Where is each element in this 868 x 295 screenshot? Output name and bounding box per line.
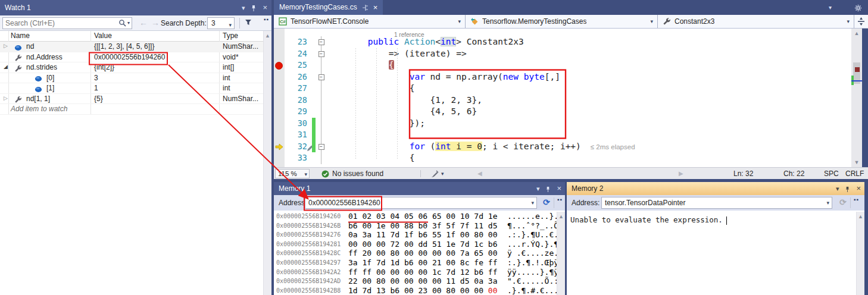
memory1-address-combo[interactable]: ▾ <box>305 197 537 209</box>
scroll-up-icon[interactable]: ▲ <box>857 214 864 219</box>
pin-icon[interactable] <box>545 182 551 195</box>
pin-icon[interactable] <box>251 0 257 15</box>
pin-icon[interactable] <box>362 0 369 15</box>
code-text[interactable]: {4, 5, 6} <box>326 106 851 118</box>
close-icon[interactable]: × <box>373 0 378 15</box>
fold-collapse-icon[interactable]: − <box>319 51 324 57</box>
codelens-row[interactable]: 1 reference <box>274 29 851 36</box>
code-text[interactable]: { <box>326 59 851 71</box>
memory1-hex-dump[interactable]: 0x000002556B194260 01 02 03 04 05 06 65 … <box>274 212 557 295</box>
code-line[interactable]: 31 <box>274 129 851 141</box>
breakpoint-margin-cell[interactable] <box>274 71 285 83</box>
watch-scrollbar[interactable]: ▲ <box>263 31 271 295</box>
code-text[interactable]: { <box>326 83 851 95</box>
watch-window-titlebar[interactable]: Watch 1 ▾ × <box>0 0 271 15</box>
watch-row[interactable]: [0] 3 int <box>0 73 263 84</box>
gear-icon[interactable] <box>854 3 862 11</box>
search-box[interactable]: ▾ <box>2 17 132 29</box>
outlining-cell[interactable] <box>317 118 326 130</box>
breakpoint-margin-cell[interactable] <box>274 141 285 153</box>
watch-row[interactable]: ▷ nd[1, 1] {5} NumShar... <box>0 94 263 105</box>
search-depth-combo[interactable]: 3 ▾ <box>207 17 235 29</box>
close-icon[interactable]: × <box>856 182 861 195</box>
fold-collapse-icon[interactable]: − <box>319 39 324 45</box>
toolbar-overflow-icon[interactable]: ▪▪ <box>854 196 859 203</box>
breakpoint-margin-cell[interactable] <box>274 152 285 164</box>
breakpoint-margin-cell[interactable] <box>274 48 285 60</box>
breakpoint-margin-cell[interactable] <box>274 36 285 48</box>
filter-icon[interactable] <box>244 18 252 27</box>
code-line[interactable]: 26 − var nd = np.array(new byte[,] <box>274 71 851 83</box>
code-text[interactable]: public Action<int> Constant2x3 <box>326 36 851 48</box>
memory-row[interactable]: 0x000002556B194260 01 02 03 04 05 06 65 … <box>274 212 557 221</box>
breakpoint-margin-cell[interactable] <box>274 95 285 106</box>
close-icon[interactable]: × <box>557 182 561 195</box>
scroll-up-icon[interactable]: ▲ <box>264 33 271 39</box>
search-forward-icon[interactable]: → <box>151 18 160 27</box>
breakpoint-margin-cell[interactable] <box>274 129 285 141</box>
breakpoint-icon[interactable] <box>275 62 283 70</box>
type-dropdown[interactable]: Tensorflow.MemoryTestingCases ▾ <box>466 15 658 28</box>
memory2-scrollbar[interactable]: ▲ <box>856 212 864 295</box>
expander-icon[interactable]: ◢ <box>4 64 8 70</box>
watch-row[interactable]: ◢ nd.strides {int[2]} int[] <box>0 62 263 73</box>
scroll-up-icon[interactable]: ▲ <box>557 214 565 219</box>
format-brush-icon[interactable] <box>430 170 439 178</box>
column-header-type[interactable]: Type <box>223 32 238 40</box>
memory1-address-input[interactable] <box>308 198 527 208</box>
watch-row[interactable]: nd.Address 0x000002556b194260 void* <box>0 52 263 63</box>
outlining-cell[interactable]: − <box>317 71 326 83</box>
column-header-name[interactable]: Name <box>11 32 30 40</box>
outlining-cell[interactable] <box>317 95 326 106</box>
code-text[interactable] <box>326 129 851 141</box>
fold-collapse-icon[interactable]: − <box>319 144 324 150</box>
scroll-up-icon[interactable]: ▲ <box>851 30 862 36</box>
code-text-area[interactable]: 1 reference 23 − public Action<int> Cons… <box>274 29 851 167</box>
document-tab[interactable]: MemoryTestingCases.cs × <box>274 0 383 15</box>
memory2-titlebar[interactable]: Memory 2 ▾ × <box>567 182 864 195</box>
memory1-scrollbar[interactable]: ▲ <box>557 212 565 295</box>
memory-row[interactable]: 0x000002556B1942AD 22 00 80 00 00 00 00 … <box>274 277 557 286</box>
search-input[interactable] <box>5 18 107 28</box>
code-text[interactable]: var nd = np.array(new byte[,] <box>326 71 851 83</box>
memory-row[interactable]: 0x000002556B194281 00 00 00 72 00 dd 51 … <box>274 240 557 249</box>
refresh-icon[interactable]: ⟳ <box>839 197 847 207</box>
scroll-down-icon[interactable]: ▼ <box>851 159 862 165</box>
breakpoint-margin-cell[interactable] <box>274 59 285 71</box>
search-back-icon[interactable]: ← <box>139 18 148 27</box>
member-dropdown[interactable]: Constant2x3 ▾ <box>658 15 854 28</box>
outlining-cell[interactable]: − <box>317 36 326 48</box>
fold-collapse-icon[interactable]: − <box>319 74 324 80</box>
search-icon[interactable]: ▾ <box>118 19 130 27</box>
hscroll-left-icon[interactable]: ◀ <box>477 170 482 177</box>
code-line[interactable]: 32 − for (int i = 0; i < iterate; i++)≤ … <box>274 141 851 153</box>
code-text[interactable]: => (iterate) => <box>326 48 851 60</box>
code-line[interactable]: 33 { <box>274 152 851 164</box>
watch-column-headers[interactable]: Name Value Type <box>0 31 263 42</box>
zoom-level-combo[interactable]: 115 % ▾ <box>275 169 310 178</box>
expander-icon[interactable]: ▷ <box>4 95 8 101</box>
refresh-icon[interactable]: ⟳ <box>543 197 550 207</box>
pin-icon[interactable] <box>845 182 850 195</box>
code-text[interactable]: for (int i = 0; i < iterate; i++)≤ 2ms e… <box>326 141 851 153</box>
outlining-cell[interactable] <box>317 129 326 141</box>
outlining-cell[interactable] <box>317 59 326 71</box>
watch-row[interactable]: [1] 1 int <box>0 83 263 94</box>
close-icon[interactable]: × <box>263 0 267 15</box>
outlining-cell[interactable] <box>317 152 326 164</box>
watch-row[interactable]: ▷ nd {[[1, 2, 3], [4, 5, 6]]} NumShar... <box>0 42 263 52</box>
window-position-icon[interactable]: ▾ <box>536 182 540 195</box>
memory2-address-combo[interactable]: ▾ <box>601 197 832 209</box>
chevron-down-icon[interactable]: ▾ <box>441 171 444 177</box>
breakpoint-margin-cell[interactable] <box>274 83 285 95</box>
code-line[interactable]: 29 {4, 5, 6} <box>274 106 851 118</box>
memory-row[interactable]: 0x000002556B1942A2 ff ff 00 00 00 00 1c … <box>274 268 557 277</box>
watch-row[interactable]: Add item to watch <box>0 104 263 115</box>
code-line[interactable]: 28 {1, 2, 3}, <box>274 95 851 106</box>
memory-row[interactable]: 0x000002556B194297 3a 1f 7d 1d b6 00 21 … <box>274 258 557 268</box>
code-text[interactable]: {1, 2, 3}, <box>326 95 851 106</box>
outlining-cell[interactable] <box>317 106 326 118</box>
outlining-cell[interactable]: − <box>317 48 326 60</box>
document-dropdown-icon[interactable]: ▾ <box>829 4 832 11</box>
split-window-icon[interactable] <box>854 15 868 28</box>
